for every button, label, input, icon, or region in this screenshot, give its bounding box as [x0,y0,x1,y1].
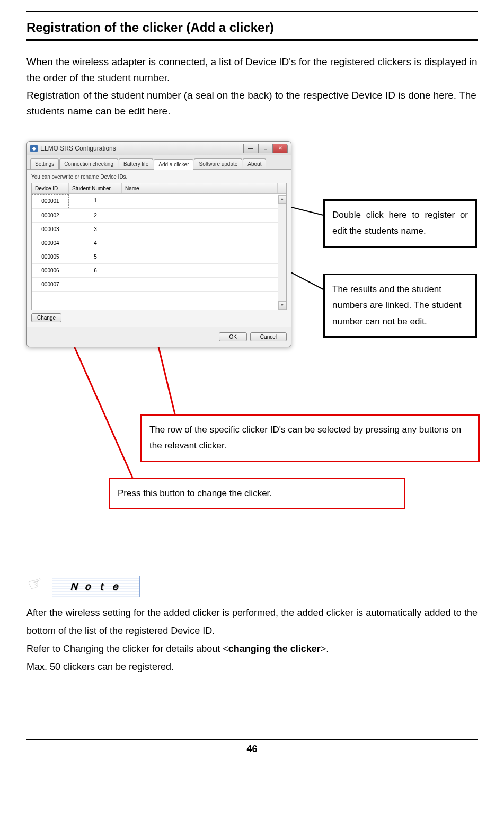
note-p2-c: >. [321,643,329,654]
note-p2-a: Refer to Changing the clicker for detail… [26,643,228,654]
cell-device-id: 000005 [32,250,69,263]
table-row[interactable]: 000001 1 [32,194,286,209]
intro-p1: When the wireless adapter is connected, … [26,54,478,86]
diagram-area: ◆ ELMO SRS Configurations — □ ✕ Settings… [26,130,478,565]
scrollbar[interactable]: ▲ ▼ [278,195,286,310]
window-title: ELMO SRS Configurations [40,145,116,152]
table-row[interactable]: 000006 6 [32,264,286,278]
cell-student-number: 5 [69,250,122,263]
col-device-id: Device ID [32,183,69,193]
app-icon: ◆ [30,145,38,152]
note-p2-bold: changing the clicker [228,643,321,654]
window-titlebar: ◆ ELMO SRS Configurations — □ ✕ [27,142,291,155]
cell-device-id: 000001 [32,194,69,208]
cell-device-id: 000002 [32,209,69,222]
footer: 46 [26,739,478,755]
cell-name[interactable] [122,236,286,250]
device-table: Device ID Student Number Name 000001 1 0… [31,183,287,310]
col-student-number: Student Number [69,183,122,193]
cell-student-number: 1 [69,194,122,208]
close-button[interactable]: ✕ [273,144,288,153]
cell-name[interactable] [122,194,286,208]
callout-row-select: The row of the specific clicker ID's can… [140,414,480,462]
change-button[interactable]: Change [31,313,61,322]
table-row[interactable]: 000004 4 [32,236,286,250]
cell-device-id: 000006 [32,264,69,277]
intro-p2: Registration of the student number (a se… [26,87,478,120]
callout-name-edit: Double click here to register or edit th… [323,199,477,248]
page-number: 46 [26,744,478,755]
cell-student-number [69,278,122,291]
tab-add-clicker[interactable]: Add a clicker [154,159,193,170]
col-name: Name [122,183,278,193]
cell-student-number: 2 [69,209,122,222]
page-title: Registration of the clicker (Add a click… [26,20,478,41]
table-row[interactable]: 000005 5 [32,250,286,264]
tab-bar: Settings Connection checking Battery lif… [27,155,291,170]
ok-button[interactable]: OK [219,332,246,341]
note-section: Ｎｏｔｅ After the wireless setting for the … [26,576,478,676]
callout-change-button: Press this button to change the clicker. [109,478,405,510]
cell-name[interactable] [122,278,286,291]
cell-device-id: 000003 [32,223,69,236]
tab-connection[interactable]: Connection checking [59,158,118,169]
tab-software-update[interactable]: Software update [194,158,242,169]
table-row[interactable]: 000003 3 [32,223,286,236]
table-body: 000001 1 000002 2 000003 3 [32,194,286,292]
table-row[interactable]: 000002 2 [32,209,286,223]
intro-text: When the wireless adapter is connected, … [26,54,478,120]
cell-name[interactable] [122,250,286,263]
note-p2: Refer to Changing the clicker for detail… [26,640,478,658]
tab-settings[interactable]: Settings [30,158,59,169]
col-scroll-gap [278,183,286,193]
table-row[interactable]: 000007 [32,278,286,292]
scroll-down-icon[interactable]: ▼ [278,301,286,310]
callout-student-number: The results and the student numbers are … [323,274,477,338]
note-label: Ｎｏｔｅ [52,576,140,597]
cell-name[interactable] [122,223,286,236]
top-rule [26,11,478,12]
cell-student-number: 4 [69,236,122,250]
cancel-button[interactable]: Cancel [250,332,287,341]
tab-battery[interactable]: Battery life [119,158,153,169]
maximize-button[interactable]: □ [258,144,273,153]
minimize-button[interactable]: — [243,144,258,153]
note-p3: Max. 50 clickers can be registered. [26,658,478,676]
scroll-up-icon[interactable]: ▲ [278,195,286,204]
cell-student-number: 6 [69,264,122,277]
cell-name[interactable] [122,264,286,277]
hint-text: You can overwrite or rename Device IDs. [31,174,287,180]
cell-name[interactable] [122,209,286,222]
hand-icon [26,576,48,597]
tab-about[interactable]: About [243,158,266,169]
cell-student-number: 3 [69,223,122,236]
footer-rule [26,739,478,740]
app-window: ◆ ELMO SRS Configurations — □ ✕ Settings… [26,141,291,347]
cell-device-id: 000007 [32,278,69,291]
cell-device-id: 000004 [32,236,69,250]
note-p1: After the wireless setting for the added… [26,604,478,640]
